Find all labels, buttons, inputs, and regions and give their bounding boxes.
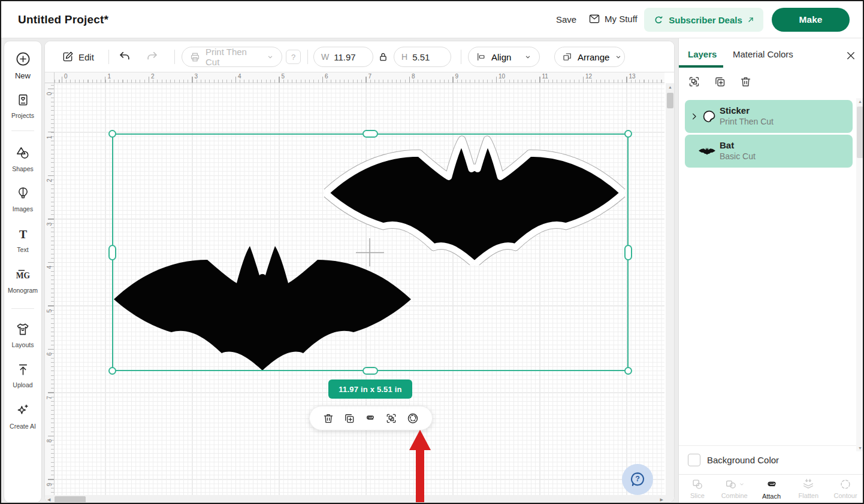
tool-attach[interactable]: Attach <box>753 475 790 504</box>
monogram-icon: MG <box>16 268 31 285</box>
redo-button[interactable] <box>146 41 159 72</box>
save-button[interactable]: Save <box>556 14 576 25</box>
layer-actions <box>688 75 752 88</box>
subscriber-deals-label: Subscriber Deals <box>669 15 742 25</box>
panel-scroll-down-arrow[interactable]: ▼ <box>858 446 862 450</box>
sidebar-item-upload[interactable]: Upload <box>4 362 41 388</box>
selection-handle-top-left[interactable] <box>108 130 116 138</box>
upload-icon <box>16 362 31 379</box>
svg-text:MG: MG <box>16 271 30 280</box>
tool-contour[interactable]: Contour <box>827 475 864 504</box>
edit-button[interactable]: Edit <box>62 41 94 72</box>
make-button[interactable]: Make <box>772 8 850 32</box>
delete-button[interactable] <box>322 412 334 424</box>
ruler-corner <box>45 72 55 83</box>
combine-icon <box>724 478 738 491</box>
selection-size-badge: 11.97 in x 5.51 in <box>328 379 412 399</box>
crosshair-cursor <box>369 238 370 266</box>
select-all-button[interactable] <box>385 412 397 424</box>
plus-circle-icon <box>15 51 31 69</box>
height-field[interactable]: H 5.51 <box>394 47 451 67</box>
operation-help-button[interactable]: ? <box>286 50 301 64</box>
tool-slice[interactable]: Slice <box>679 475 716 504</box>
arrange-dropdown[interactable]: Arrange <box>554 47 625 67</box>
select-all-layers-button[interactable] <box>688 75 700 88</box>
close-panel-button[interactable] <box>845 50 856 61</box>
duplicate-button[interactable] <box>343 412 355 424</box>
chevron-right-icon[interactable] <box>690 112 699 121</box>
sidebar-item-images[interactable]: Images <box>4 186 41 212</box>
toolbar-divider <box>174 50 175 64</box>
duplicate-layer-button[interactable] <box>714 75 726 88</box>
tab-layers[interactable]: Layers <box>688 49 717 59</box>
align-dropdown[interactable]: Align <box>468 47 540 67</box>
background-color-row: Background Color <box>679 445 864 474</box>
panel-scroll-up-arrow[interactable]: ▲ <box>858 99 862 104</box>
canvas-area: 012345678910111213 0123456789 <box>45 72 675 503</box>
toolbar-divider <box>461 50 461 64</box>
sidebar-item-new[interactable]: New <box>4 51 41 80</box>
panel-scroll-thumb[interactable] <box>857 107 863 158</box>
slice-icon <box>691 478 704 491</box>
height-value: 5.51 <box>412 52 430 62</box>
ruler-horizontal: 012345678910111213 <box>45 72 664 83</box>
attach-icon <box>765 478 778 491</box>
help-bubble-icon: ? <box>629 470 647 488</box>
app-window: Untitled Project* Save My Stuff Subscrib… <box>0 0 864 504</box>
tool-flatten[interactable]: Flatten <box>790 475 827 504</box>
width-field[interactable]: W 11.97 <box>313 47 373 67</box>
selection-handle-middle-left[interactable] <box>108 245 116 260</box>
vertical-scroll-thumb[interactable] <box>667 93 673 108</box>
selection-handle-bottom-left[interactable] <box>108 367 116 375</box>
contour-icon <box>839 478 852 491</box>
horizontal-scroll-thumb[interactable] <box>55 496 86 503</box>
delete-layer-button[interactable] <box>739 75 752 88</box>
sidebar-divider <box>11 308 34 309</box>
attach-button[interactable] <box>364 412 376 424</box>
undo-button[interactable] <box>118 41 131 72</box>
left-sidebar: New Projects Shapes Images T Text MG Mon… <box>4 41 42 503</box>
printer-icon <box>189 51 201 63</box>
canvas-vertical-scrollbar[interactable]: ▲ <box>666 83 675 495</box>
canvas-horizontal-scrollbar[interactable]: ◀ ▶ <box>45 495 675 503</box>
sticker-offset-button[interactable] <box>406 412 419 425</box>
sidebar-item-projects[interactable]: Projects <box>4 93 41 119</box>
arrange-icon <box>562 51 573 62</box>
sidebar-item-shapes[interactable]: Shapes <box>4 145 41 172</box>
flatten-icon <box>802 478 815 491</box>
selection-handle-bottom-right[interactable] <box>624 367 632 375</box>
selection-handle-top-middle[interactable] <box>362 130 378 138</box>
toolbar-divider <box>108 50 109 64</box>
sidebar-item-layouts[interactable]: Layouts <box>4 321 41 348</box>
sidebar-item-text[interactable]: T Text <box>4 227 41 253</box>
undo-icon <box>118 50 131 63</box>
sticker-layer-icon <box>701 108 717 125</box>
layer-row-sticker[interactable]: Sticker Print Then Cut <box>685 100 853 133</box>
subscriber-deals-button[interactable]: Subscriber Deals <box>644 8 763 32</box>
edit-toolbar: Edit Print Then Cut ? W 11.97 <box>45 41 674 72</box>
help-button[interactable]: ? <box>622 464 653 495</box>
scroll-up-arrow[interactable]: ▲ <box>668 85 672 89</box>
my-stuff-button[interactable]: My Stuff <box>588 13 638 25</box>
chevron-down-icon <box>739 481 745 487</box>
scroll-left-arrow[interactable]: ◀ <box>47 497 50 502</box>
active-tab-underline <box>679 65 723 68</box>
selection-handle-top-right[interactable] <box>624 130 632 138</box>
background-color-checkbox[interactable] <box>688 454 700 466</box>
selection-quick-toolbar <box>309 406 433 430</box>
operation-select[interactable]: Print Then Cut <box>182 47 282 67</box>
tool-combine[interactable]: Combine <box>716 475 753 504</box>
selection-handle-middle-right[interactable] <box>624 245 632 260</box>
scroll-right-arrow[interactable]: ▶ <box>660 497 663 502</box>
external-link-icon <box>747 16 754 23</box>
align-icon <box>476 51 487 62</box>
selection-handle-bottom-middle[interactable] <box>362 367 378 375</box>
layer-row-bat[interactable]: Bat Basic Cut <box>685 135 853 168</box>
ruler-vertical: 0123456789 <box>45 83 55 495</box>
lock-ratio-button[interactable] <box>378 41 388 72</box>
panel-scrollbar[interactable]: ▲ ▼ <box>856 98 864 451</box>
sidebar-item-monogram[interactable]: MG Monogram <box>4 268 41 294</box>
chevron-down-icon <box>266 53 274 61</box>
tab-material-colors[interactable]: Material Colors <box>733 49 793 59</box>
sidebar-item-create-ai[interactable]: Create AI <box>4 403 41 430</box>
